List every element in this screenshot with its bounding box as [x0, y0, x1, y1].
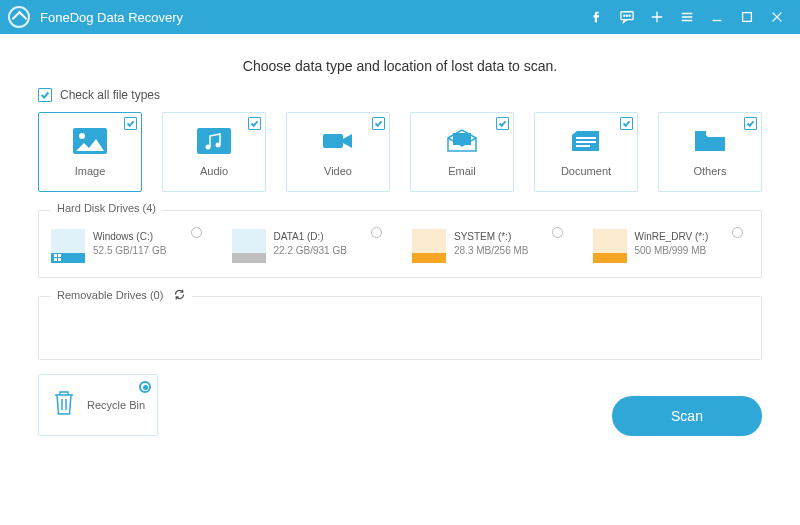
- drive-icon: [232, 229, 266, 263]
- video-icon: [320, 127, 356, 155]
- type-email-checkbox[interactable]: [496, 117, 509, 130]
- drive-radio[interactable]: [371, 227, 382, 238]
- minimize-icon[interactable]: [702, 0, 732, 34]
- drive-system[interactable]: SYSTEM (*:)28.3 MB/256 MB: [412, 229, 569, 263]
- page-heading: Choose data type and location of lost da…: [38, 58, 762, 74]
- drive-winre[interactable]: WinRE_DRV (*:)500 MB/999 MB: [593, 229, 750, 263]
- drive-d[interactable]: DATA1 (D:)22.2 GB/931 GB: [232, 229, 389, 263]
- svg-point-2: [626, 15, 627, 16]
- type-document[interactable]: Document: [534, 112, 638, 192]
- drive-radio[interactable]: [732, 227, 743, 238]
- hard-disk-fieldset: Hard Disk Drives (4) Windows (C:)52.5 GB…: [38, 210, 762, 278]
- audio-icon: [196, 127, 232, 155]
- removable-fieldset: Removable Drives (0): [38, 296, 762, 360]
- maximize-icon[interactable]: [732, 0, 762, 34]
- hard-disk-legend: Hard Disk Drives (4): [51, 202, 162, 214]
- svg-rect-14: [576, 145, 590, 147]
- svg-rect-16: [54, 254, 57, 257]
- check-all-checkbox[interactable]: [38, 88, 52, 102]
- type-audio[interactable]: Audio: [162, 112, 266, 192]
- check-all-row[interactable]: Check all file types: [38, 88, 762, 102]
- svg-point-9: [216, 143, 221, 148]
- svg-rect-13: [576, 141, 596, 143]
- drive-name: WinRE_DRV (*:): [635, 231, 709, 242]
- svg-rect-10: [323, 134, 343, 148]
- type-document-checkbox[interactable]: [620, 117, 633, 130]
- recycle-bin-card[interactable]: Recycle Bin: [38, 374, 158, 436]
- type-label: Others: [693, 165, 726, 177]
- file-type-row: Image Audio Video Email Document Others: [38, 112, 762, 192]
- type-video-checkbox[interactable]: [372, 117, 385, 130]
- drive-radio[interactable]: [552, 227, 563, 238]
- scan-button[interactable]: Scan: [612, 396, 762, 436]
- trash-icon: [51, 388, 77, 422]
- type-label: Video: [324, 165, 352, 177]
- app-title: FoneDog Data Recovery: [40, 10, 183, 25]
- type-others[interactable]: Others: [658, 112, 762, 192]
- type-email[interactable]: Email: [410, 112, 514, 192]
- drive-name: SYSTEM (*:): [454, 231, 528, 242]
- svg-rect-17: [58, 254, 61, 257]
- drive-radio[interactable]: [191, 227, 202, 238]
- type-video[interactable]: Video: [286, 112, 390, 192]
- image-icon: [72, 127, 108, 155]
- svg-rect-19: [58, 258, 61, 261]
- type-image[interactable]: Image: [38, 112, 142, 192]
- drive-name: DATA1 (D:): [274, 231, 347, 242]
- svg-rect-18: [54, 258, 57, 261]
- recycle-radio[interactable]: [139, 381, 151, 393]
- type-label: Image: [75, 165, 106, 177]
- feedback-icon[interactable]: [612, 0, 642, 34]
- menu-icon[interactable]: [672, 0, 702, 34]
- removable-legend: Removable Drives (0): [51, 288, 192, 301]
- type-others-checkbox[interactable]: [744, 117, 757, 130]
- svg-point-8: [206, 145, 211, 150]
- close-icon[interactable]: [762, 0, 792, 34]
- app-logo-icon: [8, 6, 30, 28]
- check-all-label: Check all file types: [60, 88, 160, 102]
- type-label: Email: [448, 165, 476, 177]
- drive-size: 28.3 MB/256 MB: [454, 245, 528, 256]
- svg-rect-12: [576, 137, 596, 139]
- type-label: Document: [561, 165, 611, 177]
- drive-icon: [51, 229, 85, 263]
- recycle-label: Recycle Bin: [87, 399, 145, 411]
- type-audio-checkbox[interactable]: [248, 117, 261, 130]
- email-icon: [444, 127, 480, 155]
- refresh-icon[interactable]: [173, 288, 186, 301]
- svg-point-1: [624, 15, 625, 16]
- type-label: Audio: [200, 165, 228, 177]
- drive-size: 500 MB/999 MB: [635, 245, 709, 256]
- drive-icon: [593, 229, 627, 263]
- svg-point-6: [79, 133, 85, 139]
- svg-rect-11: [453, 133, 471, 145]
- drive-size: 22.2 GB/931 GB: [274, 245, 347, 256]
- titlebar: FoneDog Data Recovery: [0, 0, 800, 34]
- drive-size: 52.5 GB/117 GB: [93, 245, 166, 256]
- plus-icon[interactable]: [642, 0, 672, 34]
- svg-rect-15: [695, 131, 706, 136]
- svg-point-3: [629, 15, 630, 16]
- svg-rect-7: [197, 128, 231, 154]
- drive-name: Windows (C:): [93, 231, 166, 242]
- drive-c[interactable]: Windows (C:)52.5 GB/117 GB: [51, 229, 208, 263]
- drive-icon: [412, 229, 446, 263]
- document-icon: [568, 127, 604, 155]
- type-image-checkbox[interactable]: [124, 117, 137, 130]
- folder-icon: [692, 127, 728, 155]
- facebook-icon[interactable]: [582, 0, 612, 34]
- svg-rect-4: [743, 13, 752, 22]
